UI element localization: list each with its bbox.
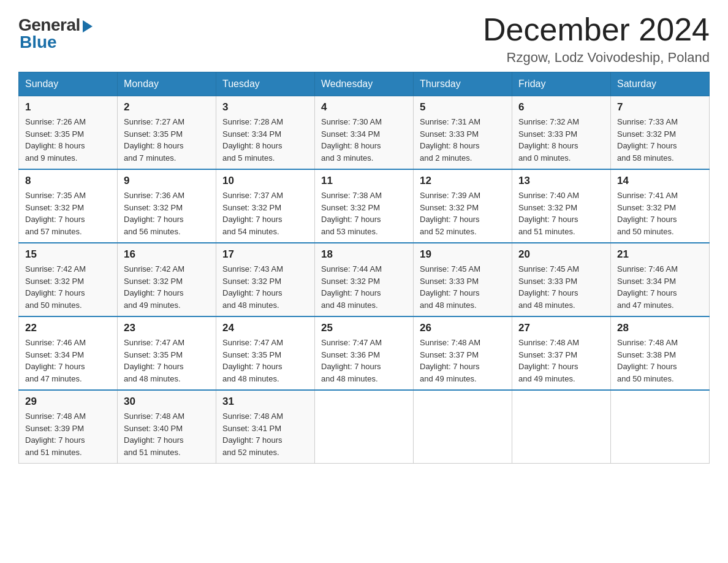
day-info: Sunrise: 7:45 AMSunset: 3:33 PMDaylight:… (518, 263, 604, 311)
calendar-header-sunday: Sunday (19, 72, 118, 96)
calendar-cell: 2Sunrise: 7:27 AMSunset: 3:35 PMDaylight… (118, 96, 216, 170)
calendar-cell: 8Sunrise: 7:35 AMSunset: 3:32 PMDaylight… (19, 169, 118, 243)
day-info: Sunrise: 7:47 AMSunset: 3:36 PMDaylight:… (321, 337, 407, 385)
calendar-header-thursday: Thursday (414, 72, 512, 96)
calendar-header-friday: Friday (512, 72, 611, 96)
calendar-header-monday: Monday (118, 72, 216, 96)
calendar-cell: 12Sunrise: 7:39 AMSunset: 3:32 PMDayligh… (414, 169, 512, 243)
calendar-cell: 20Sunrise: 7:45 AMSunset: 3:33 PMDayligh… (512, 243, 611, 316)
page-header: General Blue December 2024 Rzgow, Lodz V… (18, 12, 710, 66)
calendar-header-saturday: Saturday (611, 72, 710, 96)
calendar-week-row: 29Sunrise: 7:48 AMSunset: 3:39 PMDayligh… (19, 390, 710, 464)
calendar-cell: 10Sunrise: 7:37 AMSunset: 3:32 PMDayligh… (216, 169, 315, 243)
day-number: 24 (222, 322, 308, 334)
calendar-cell (414, 390, 512, 464)
day-info: Sunrise: 7:35 AMSunset: 3:32 PMDaylight:… (25, 190, 111, 237)
calendar-cell: 16Sunrise: 7:42 AMSunset: 3:32 PMDayligh… (118, 243, 216, 316)
day-number: 1 (25, 101, 111, 113)
calendar-week-row: 15Sunrise: 7:42 AMSunset: 3:32 PMDayligh… (19, 243, 710, 316)
day-info: Sunrise: 7:46 AMSunset: 3:34 PMDaylight:… (25, 337, 111, 385)
calendar-cell: 27Sunrise: 7:48 AMSunset: 3:37 PMDayligh… (512, 316, 611, 390)
calendar-cell: 11Sunrise: 7:38 AMSunset: 3:32 PMDayligh… (315, 169, 414, 243)
day-number: 18 (321, 248, 407, 261)
day-number: 12 (420, 175, 506, 187)
calendar-cell: 24Sunrise: 7:47 AMSunset: 3:35 PMDayligh… (216, 316, 315, 390)
day-number: 11 (321, 175, 407, 187)
calendar-cell: 23Sunrise: 7:47 AMSunset: 3:35 PMDayligh… (118, 316, 216, 390)
calendar-cell: 5Sunrise: 7:31 AMSunset: 3:33 PMDaylight… (414, 96, 512, 170)
day-number: 3 (222, 101, 308, 113)
calendar-cell: 22Sunrise: 7:46 AMSunset: 3:34 PMDayligh… (19, 316, 118, 390)
day-number: 4 (321, 101, 407, 113)
calendar-cell (611, 390, 710, 464)
day-number: 27 (518, 322, 604, 334)
day-number: 16 (124, 248, 210, 261)
calendar-header-row: SundayMondayTuesdayWednesdayThursdayFrid… (19, 72, 710, 96)
day-info: Sunrise: 7:47 AMSunset: 3:35 PMDaylight:… (222, 337, 308, 385)
day-number: 2 (124, 101, 210, 113)
day-number: 31 (222, 396, 308, 408)
day-number: 15 (25, 248, 111, 261)
day-info: Sunrise: 7:48 AMSunset: 3:37 PMDaylight:… (420, 337, 506, 385)
calendar-week-row: 8Sunrise: 7:35 AMSunset: 3:32 PMDaylight… (19, 169, 710, 243)
day-info: Sunrise: 7:43 AMSunset: 3:32 PMDaylight:… (222, 263, 308, 311)
day-info: Sunrise: 7:48 AMSunset: 3:40 PMDaylight:… (124, 410, 210, 458)
day-number: 9 (124, 175, 210, 187)
day-info: Sunrise: 7:46 AMSunset: 3:34 PMDaylight:… (617, 263, 703, 311)
calendar-header-tuesday: Tuesday (216, 72, 315, 96)
day-number: 14 (617, 175, 703, 187)
day-number: 22 (25, 322, 111, 334)
day-info: Sunrise: 7:42 AMSunset: 3:32 PMDaylight:… (124, 263, 210, 311)
day-number: 13 (518, 175, 604, 187)
day-info: Sunrise: 7:26 AMSunset: 3:35 PMDaylight:… (25, 116, 111, 164)
day-info: Sunrise: 7:33 AMSunset: 3:32 PMDaylight:… (617, 116, 703, 164)
day-info: Sunrise: 7:44 AMSunset: 3:32 PMDaylight:… (321, 263, 407, 311)
day-info: Sunrise: 7:48 AMSunset: 3:37 PMDaylight:… (518, 337, 604, 385)
calendar-cell: 7Sunrise: 7:33 AMSunset: 3:32 PMDaylight… (611, 96, 710, 170)
day-info: Sunrise: 7:48 AMSunset: 3:39 PMDaylight:… (25, 410, 111, 458)
calendar-table: SundayMondayTuesdayWednesdayThursdayFrid… (18, 72, 710, 464)
calendar-cell: 17Sunrise: 7:43 AMSunset: 3:32 PMDayligh… (216, 243, 315, 316)
logo-arrow-icon (83, 20, 93, 33)
calendar-cell: 1Sunrise: 7:26 AMSunset: 3:35 PMDaylight… (19, 96, 118, 170)
calendar-week-row: 22Sunrise: 7:46 AMSunset: 3:34 PMDayligh… (19, 316, 710, 390)
calendar-cell: 9Sunrise: 7:36 AMSunset: 3:32 PMDaylight… (118, 169, 216, 243)
calendar-cell: 18Sunrise: 7:44 AMSunset: 3:32 PMDayligh… (315, 243, 414, 316)
day-number: 10 (222, 175, 308, 187)
calendar-cell: 31Sunrise: 7:48 AMSunset: 3:41 PMDayligh… (216, 390, 315, 464)
day-info: Sunrise: 7:48 AMSunset: 3:38 PMDaylight:… (617, 337, 703, 385)
title-block: December 2024 Rzgow, Lodz Voivodeship, P… (483, 12, 710, 66)
day-info: Sunrise: 7:31 AMSunset: 3:33 PMDaylight:… (420, 116, 506, 164)
calendar-cell: 25Sunrise: 7:47 AMSunset: 3:36 PMDayligh… (315, 316, 414, 390)
day-number: 6 (518, 101, 604, 113)
calendar-cell (315, 390, 414, 464)
day-number: 26 (420, 322, 506, 334)
calendar-cell: 19Sunrise: 7:45 AMSunset: 3:33 PMDayligh… (414, 243, 512, 316)
day-info: Sunrise: 7:30 AMSunset: 3:34 PMDaylight:… (321, 116, 407, 164)
calendar-week-row: 1Sunrise: 7:26 AMSunset: 3:35 PMDaylight… (19, 96, 710, 170)
logo: General Blue (18, 12, 93, 52)
day-info: Sunrise: 7:40 AMSunset: 3:32 PMDaylight:… (518, 190, 604, 237)
day-info: Sunrise: 7:37 AMSunset: 3:32 PMDaylight:… (222, 190, 308, 237)
calendar-cell: 30Sunrise: 7:48 AMSunset: 3:40 PMDayligh… (118, 390, 216, 464)
day-number: 21 (617, 248, 703, 261)
day-number: 25 (321, 322, 407, 334)
calendar-cell (512, 390, 611, 464)
day-number: 5 (420, 101, 506, 113)
day-info: Sunrise: 7:39 AMSunset: 3:32 PMDaylight:… (420, 190, 506, 237)
day-info: Sunrise: 7:48 AMSunset: 3:41 PMDaylight:… (222, 410, 308, 458)
day-number: 20 (518, 248, 604, 261)
day-number: 29 (25, 396, 111, 408)
location-text: Rzgow, Lodz Voivodeship, Poland (483, 50, 710, 66)
calendar-cell: 15Sunrise: 7:42 AMSunset: 3:32 PMDayligh… (19, 243, 118, 316)
day-number: 8 (25, 175, 111, 187)
day-info: Sunrise: 7:28 AMSunset: 3:34 PMDaylight:… (222, 116, 308, 164)
day-info: Sunrise: 7:47 AMSunset: 3:35 PMDaylight:… (124, 337, 210, 385)
day-number: 28 (617, 322, 703, 334)
day-number: 30 (124, 396, 210, 408)
day-info: Sunrise: 7:36 AMSunset: 3:32 PMDaylight:… (124, 190, 210, 237)
calendar-cell: 6Sunrise: 7:32 AMSunset: 3:33 PMDaylight… (512, 96, 611, 170)
day-number: 17 (222, 248, 308, 261)
day-number: 19 (420, 248, 506, 261)
calendar-cell: 3Sunrise: 7:28 AMSunset: 3:34 PMDaylight… (216, 96, 315, 170)
